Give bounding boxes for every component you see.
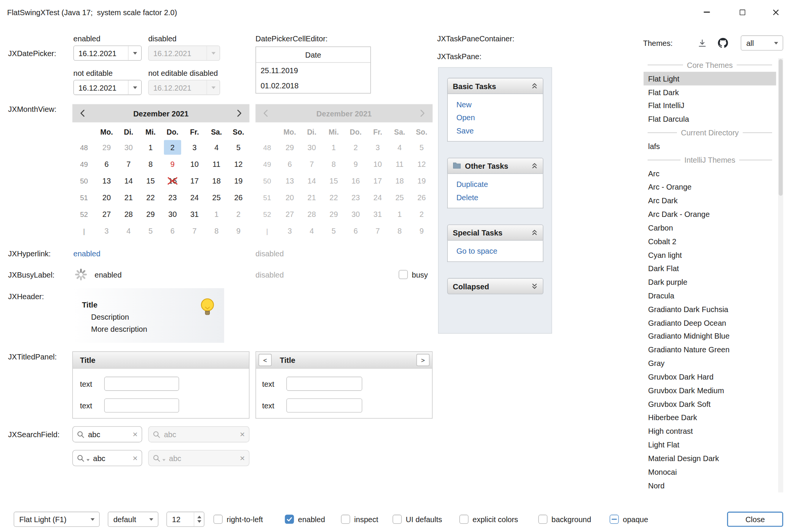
calendar-day[interactable]: 25 [206, 189, 228, 206]
calendar-day[interactable]: 7 [184, 223, 206, 239]
date-picker-enabled[interactable]: 16.12.2021 [73, 46, 142, 61]
search-input[interactable]: abc [88, 430, 129, 439]
download-themes-button[interactable] [697, 38, 707, 49]
taskpane-header[interactable]: Collapsed [447, 278, 543, 294]
theme-list-item[interactable]: Flat Darcula [644, 112, 776, 126]
calendar-day[interactable]: 18 [206, 173, 228, 189]
calendar-day[interactable]: 6 [96, 156, 118, 173]
calendar-day[interactable]: 3 [184, 139, 206, 156]
search-input[interactable]: abc [93, 454, 129, 463]
clear-icon[interactable]: × [132, 454, 137, 463]
theme-list-item[interactable]: Nord [644, 479, 776, 492]
spinner-up-icon[interactable] [197, 516, 201, 518]
calendar-day[interactable]: 15 [140, 173, 162, 189]
calendar-day[interactable]: 2 [162, 139, 184, 156]
calendar-day[interactable]: 26 [227, 189, 249, 206]
calendar-day[interactable]: 6 [162, 223, 184, 239]
chevron-double-down-icon[interactable] [531, 283, 538, 289]
calendar-day[interactable]: 30 [118, 139, 140, 156]
close-button[interactable]: Close [727, 512, 783, 527]
calendar-day[interactable]: 22 [140, 189, 162, 206]
taskpane-link[interactable]: Delete [456, 193, 543, 202]
calendar-day[interactable]: 30 [162, 206, 184, 223]
search-field-enabled[interactable]: abc × [72, 426, 142, 443]
search-field-with-menu[interactable]: abc × [72, 450, 142, 466]
calendar-day[interactable]: 5 [227, 139, 249, 156]
checkbox-right-to-left[interactable]: right-to-left [214, 512, 263, 527]
calendar-day[interactable]: 8 [206, 223, 228, 239]
theme-list-item[interactable]: Gruvbox Dark Soft [644, 397, 776, 411]
taskpane-header[interactable]: Other Tasks [447, 158, 543, 174]
calendar-day[interactable]: 4 [206, 139, 228, 156]
titled-panel-text-field[interactable] [286, 399, 362, 413]
checkbox-background[interactable]: background [538, 512, 591, 527]
theme-list-item[interactable]: Gradianto Nature Green [644, 343, 776, 357]
font-size-spinner[interactable]: 12 [167, 512, 205, 527]
calendar-day[interactable]: 20 [96, 189, 118, 206]
calendar-day[interactable]: 1 [140, 139, 162, 156]
theme-list-item[interactable]: Arc [644, 166, 776, 180]
close-window-button[interactable] [765, 0, 787, 24]
theme-list-item[interactable]: Light Flat [644, 438, 776, 452]
calendar-day[interactable]: 3 [96, 223, 118, 239]
calendar-day[interactable]: 29 [96, 139, 118, 156]
calendar-day[interactable]: 1 [206, 206, 228, 223]
calendar-day[interactable]: 8 [140, 156, 162, 173]
theme-list-item[interactable]: lafs [644, 140, 776, 153]
titled-panel-next-button[interactable]: > [416, 354, 430, 366]
scrollbar[interactable] [778, 58, 783, 492]
calendar-next-button[interactable] [229, 104, 249, 122]
checkbox-ui-defaults[interactable]: UI defaults [393, 512, 442, 527]
theme-list-item[interactable]: Carbon [644, 221, 776, 235]
theme-list-item[interactable]: Flat Dark [644, 85, 776, 99]
themes-filter-combo[interactable]: all [741, 35, 783, 50]
taskpane-link[interactable]: Save [456, 126, 543, 135]
calendar-day[interactable]: 13 [96, 173, 118, 189]
theme-list-item[interactable]: Flat Light [644, 72, 776, 85]
taskpane-link[interactable]: Duplicate [456, 180, 543, 189]
chevron-double-up-icon[interactable] [531, 229, 538, 235]
theme-list-item[interactable]: Arc Dark [644, 194, 776, 207]
titled-panel-text-field[interactable] [286, 377, 362, 391]
theme-list-item[interactable]: Gray [644, 356, 776, 370]
theme-list-item[interactable]: Gradianto Midnight Blue [644, 330, 776, 343]
calendar-day[interactable]: 14 [118, 173, 140, 189]
checkbox-opaque[interactable]: opaque [610, 512, 648, 527]
calendar-day[interactable]: 9 [162, 156, 184, 173]
hyperlink-enabled[interactable]: enabled [73, 248, 100, 259]
theme-list-item[interactable]: Material Design Dark [644, 452, 776, 465]
clear-icon[interactable]: × [132, 430, 137, 439]
date-picker-dropdown-button[interactable] [128, 80, 141, 94]
date-picker-dropdown-button[interactable] [128, 46, 141, 60]
calendar-day[interactable]: 12 [227, 156, 249, 173]
theme-list-item[interactable]: Cobalt 2 [644, 234, 776, 248]
calendar-day[interactable]: 16 [162, 173, 184, 189]
calendar-day[interactable]: 7 [118, 156, 140, 173]
table-row[interactable]: 01.02.2018 [256, 78, 370, 93]
search-menu-icon[interactable] [77, 454, 85, 462]
calendar-day[interactable]: 2 [227, 206, 249, 223]
theme-list-item[interactable]: High contrast [644, 424, 776, 438]
calendar-day[interactable]: 29 [140, 206, 162, 223]
maximize-button[interactable] [730, 0, 754, 24]
theme-list-item[interactable]: Dracula [644, 289, 776, 302]
taskpane-header[interactable]: Special Tasks [447, 224, 543, 241]
calendar-day[interactable]: 19 [227, 173, 249, 189]
checkbox-enabled[interactable]: enabled [285, 512, 325, 527]
theme-list-item[interactable]: Gruvbox Dark Hard [644, 370, 776, 384]
calendar-day[interactable]: 23 [162, 189, 184, 206]
chevron-double-up-icon[interactable] [531, 83, 538, 89]
calendar-day[interactable]: 27 [96, 206, 118, 223]
titled-panel-prev-button[interactable]: < [258, 354, 272, 366]
checkbox-explicit-colors[interactable]: explicit colors [460, 512, 518, 527]
taskpane-link[interactable]: Go to space [456, 247, 543, 256]
calendar-day[interactable]: 9 [227, 223, 249, 239]
theme-list-item[interactable]: Cyan light [644, 248, 776, 262]
calendar-day[interactable]: 4 [118, 223, 140, 239]
checkbox-busy[interactable]: busy [399, 270, 428, 279]
theme-list-item[interactable]: Dark purple [644, 275, 776, 289]
checkbox-inspect[interactable]: inspect [341, 512, 378, 527]
taskpane-link[interactable]: Open [456, 113, 543, 122]
date-table-header[interactable]: Date [256, 47, 370, 63]
calendar-prev-button[interactable] [72, 104, 93, 122]
